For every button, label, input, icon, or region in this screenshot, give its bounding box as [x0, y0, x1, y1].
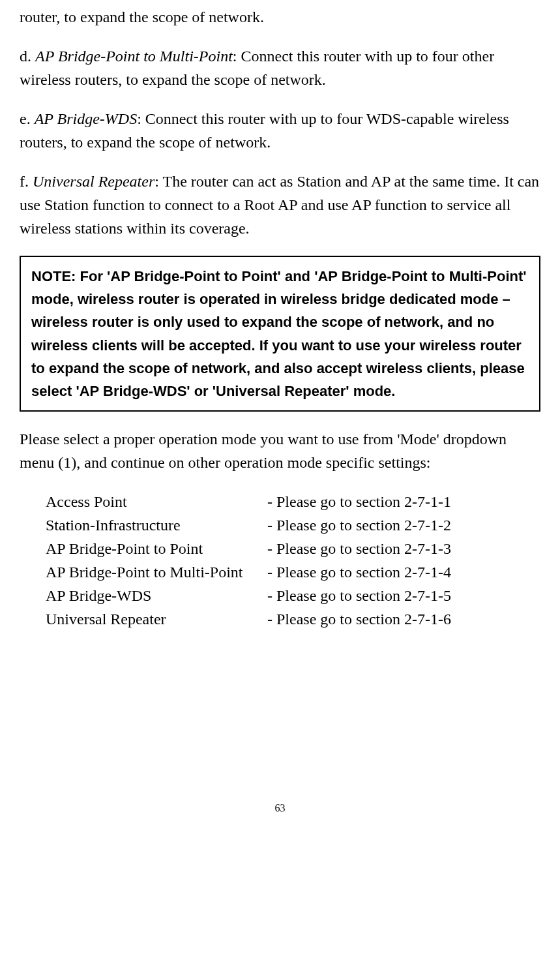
- page-number: 63: [20, 800, 540, 816]
- mode-name: AP Bridge-Point to Point: [46, 537, 267, 560]
- select-prompt: Please select a proper operation mode yo…: [20, 427, 540, 474]
- item-f-label: f.: [20, 173, 33, 190]
- mode-ref: - Please go to section 2-7-1-5: [267, 584, 451, 607]
- mode-row: AP Bridge-Point to Multi-Point - Please …: [46, 560, 540, 584]
- mode-row: Access Point - Please go to section 2-7-…: [46, 490, 540, 513]
- mode-ref: - Please go to section 2-7-1-2: [267, 513, 451, 537]
- mode-name: AP Bridge-Point to Multi-Point: [46, 560, 267, 584]
- item-d-title: AP Bridge-Point to Multi-Point: [35, 48, 233, 65]
- item-e-label: e.: [20, 110, 35, 127]
- mode-row: AP Bridge-Point to Point - Please go to …: [46, 537, 540, 560]
- list-item-d: d. AP Bridge-Point to Multi-Point: Conne…: [20, 44, 540, 91]
- mode-name: Universal Repeater: [46, 607, 267, 631]
- mode-ref: - Please go to section 2-7-1-4: [267, 560, 451, 584]
- mode-row: Universal Repeater - Please go to sectio…: [46, 607, 540, 631]
- mode-row: AP Bridge-WDS - Please go to section 2-7…: [46, 584, 540, 607]
- item-d-label: d.: [20, 48, 35, 65]
- note-box: NOTE: For 'AP Bridge-Point to Point' and…: [20, 256, 540, 412]
- mode-name: Access Point: [46, 490, 267, 513]
- mode-row: Station-Infrastructure - Please go to se…: [46, 513, 540, 537]
- top-fragment-text: router, to expand the scope of network.: [20, 5, 540, 29]
- item-e-title: AP Bridge-WDS: [35, 110, 138, 127]
- list-item-f: f. Universal Repeater: The router can ac…: [20, 170, 540, 240]
- mode-ref: - Please go to section 2-7-1-6: [267, 607, 451, 631]
- mode-name: Station-Infrastructure: [46, 513, 267, 537]
- mode-ref: - Please go to section 2-7-1-3: [267, 537, 451, 560]
- list-item-e: e. AP Bridge-WDS: Connect this router wi…: [20, 107, 540, 154]
- mode-name: AP Bridge-WDS: [46, 584, 267, 607]
- mode-ref: - Please go to section 2-7-1-1: [267, 490, 451, 513]
- item-f-title: Universal Repeater: [33, 173, 155, 190]
- mode-list: Access Point - Please go to section 2-7-…: [46, 490, 540, 631]
